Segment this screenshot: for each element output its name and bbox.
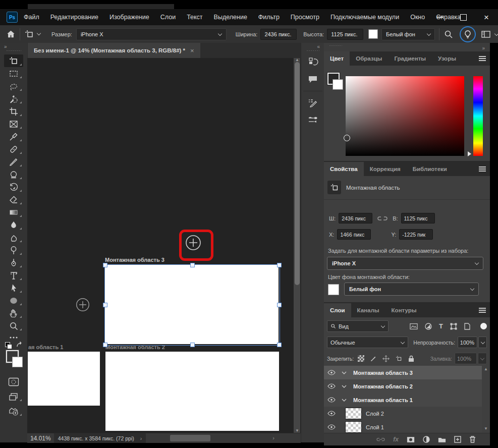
- tab-paths[interactable]: Контуры: [385, 303, 423, 317]
- expand-chevron-icon[interactable]: [339, 385, 349, 388]
- width-input[interactable]: 2436 пикс.: [260, 29, 297, 40]
- document-tab[interactable]: Без имени-1 @ 14% (Монтажная область 3, …: [28, 43, 200, 58]
- eraser-tool[interactable]: [4, 193, 23, 206]
- canvas-vertical-scrollbar[interactable]: ▲ ▼: [294, 58, 300, 433]
- lock-transparent-pixels-icon[interactable]: [358, 355, 364, 362]
- artboard-width-input[interactable]: 2436 пикс: [339, 213, 372, 223]
- link-layers-icon[interactable]: [376, 437, 385, 442]
- tab-color[interactable]: Цвет: [324, 51, 350, 66]
- brush-tool[interactable]: [4, 155, 23, 168]
- blend-mode-combo[interactable]: Обычные: [327, 337, 408, 348]
- tab-libraries[interactable]: Библиотеки: [407, 162, 453, 176]
- dodge-tool[interactable]: [4, 244, 23, 256]
- default-colors-icon[interactable]: [5, 342, 11, 348]
- path-selection-tool[interactable]: [4, 282, 23, 294]
- workspace-switcher-button[interactable]: [481, 30, 491, 39]
- type-tool[interactable]: [4, 269, 23, 282]
- crop-tool[interactable]: [4, 105, 23, 118]
- height-input[interactable]: 1125 пикс.: [327, 29, 363, 40]
- blur-tool[interactable]: [4, 218, 23, 231]
- toolbar-expand-toggle[interactable]: »: [4, 44, 7, 49]
- artboard-tool[interactable]: [4, 54, 23, 67]
- lock-image-pixels-icon[interactable]: [370, 355, 377, 362]
- quick-selection-tool[interactable]: [4, 92, 23, 105]
- fill-input[interactable]: 100%: [455, 353, 477, 364]
- opacity-input[interactable]: 100%: [458, 337, 477, 348]
- tab-patterns[interactable]: Узоры: [432, 51, 462, 66]
- scroll-down-icon[interactable]: ▼: [484, 426, 488, 431]
- layer-row-artboard-2[interactable]: Монтажная область 2: [324, 379, 482, 394]
- filter-smart-objects-icon[interactable]: [464, 323, 470, 330]
- frame-tool[interactable]: [4, 118, 23, 130]
- swap-colors-icon[interactable]: [16, 341, 24, 348]
- artboard-tool-preset-icon[interactable]: [24, 29, 40, 39]
- delete-layer-icon[interactable]: [469, 436, 476, 443]
- layer-thumbnail[interactable]: [345, 421, 362, 433]
- pen-tool[interactable]: [4, 256, 23, 269]
- artboard-1[interactable]: [28, 352, 100, 406]
- artboard-preset-combo[interactable]: iPhone X: [327, 257, 483, 270]
- layer-filter-toggle[interactable]: [480, 323, 487, 329]
- menu-view[interactable]: Просмотр: [291, 14, 319, 21]
- artboard-3[interactable]: [105, 265, 279, 344]
- discover-lightbulb-button[interactable]: [460, 26, 476, 42]
- ellipse-tool[interactable]: [4, 294, 23, 307]
- canvas-horizontal-scrollbar[interactable]: ‹ ›: [153, 435, 280, 441]
- menu-filter[interactable]: Фильтр: [258, 14, 280, 21]
- new-layer-icon[interactable]: [454, 436, 461, 443]
- menu-layers[interactable]: Слои: [160, 14, 176, 21]
- layer-effects-icon[interactable]: fx: [393, 436, 399, 443]
- filter-pixel-layers-icon[interactable]: [410, 323, 418, 330]
- layer-row-artboard-3[interactable]: Монтажная область 3: [324, 366, 482, 380]
- scroll-up-icon[interactable]: ▲: [484, 367, 488, 371]
- opacity-dropdown[interactable]: [478, 337, 487, 348]
- hand-tool[interactable]: [4, 307, 23, 319]
- menu-plugins[interactable]: Подключаемые модули: [330, 14, 399, 21]
- smudge-tool[interactable]: [4, 231, 23, 244]
- artboard-bg-combo[interactable]: Белый фон: [344, 283, 479, 296]
- scroll-down-icon[interactable]: ▼: [295, 428, 299, 433]
- new-group-icon[interactable]: [438, 436, 446, 443]
- layer-row-artboard-1[interactable]: Монтажная область 1: [324, 393, 482, 407]
- scrollbar-thumb[interactable]: [170, 435, 210, 441]
- eyedropper-tool[interactable]: [4, 130, 23, 143]
- rectangular-marquee-tool[interactable]: [4, 67, 23, 80]
- scrollbar-thumb[interactable]: [295, 62, 300, 285]
- scroll-left-icon[interactable]: ‹: [32, 435, 34, 441]
- visibility-eye-icon[interactable]: [324, 370, 339, 375]
- panel-menu-icon[interactable]: [479, 166, 486, 167]
- lock-position-icon[interactable]: [382, 355, 390, 362]
- visibility-eye-icon[interactable]: [324, 411, 339, 416]
- lasso-tool[interactable]: [4, 80, 23, 92]
- layer-row-layer-2[interactable]: Слой 2: [324, 407, 482, 421]
- dock-collapse-toggle[interactable]: »: [482, 45, 485, 51]
- menu-type[interactable]: Текст: [187, 14, 202, 21]
- hue-slider[interactable]: [473, 76, 483, 156]
- canvas[interactable]: ая область 1 Монтажная область 2 Монтажн…: [27, 58, 301, 433]
- strip-expand-toggle[interactable]: «: [317, 44, 320, 49]
- menu-select[interactable]: Выделение: [214, 14, 247, 21]
- tab-adjustments[interactable]: Коррекция: [364, 162, 407, 176]
- add-layer-mask-icon[interactable]: [407, 436, 415, 443]
- lock-artboard-nesting-icon[interactable]: [395, 355, 403, 362]
- search-button[interactable]: [444, 29, 454, 39]
- screen-mode-button[interactable]: [4, 390, 23, 403]
- background-color-well[interactable]: [333, 79, 343, 90]
- artboard3-label[interactable]: Монтажная область 3: [105, 257, 164, 263]
- link-dimensions-icon[interactable]: [377, 215, 388, 221]
- status-chevron-icon[interactable]: ›: [140, 435, 142, 441]
- artboard-x-input[interactable]: 1466 пикс: [337, 229, 371, 240]
- brush-settings-panel-icon[interactable]: [301, 94, 324, 111]
- expand-chevron-icon[interactable]: [339, 399, 349, 402]
- visibility-eye-icon[interactable]: [324, 383, 339, 389]
- layer-filter-combo[interactable]: Вид: [327, 320, 389, 332]
- layer-thumbnail[interactable]: [345, 408, 362, 419]
- healing-brush-tool[interactable]: [4, 143, 23, 155]
- artboard-y-input[interactable]: -1225 пик: [399, 229, 433, 240]
- zoom-tool[interactable]: [4, 319, 23, 332]
- comments-panel-icon[interactable]: [301, 71, 324, 88]
- background-color-swatch[interactable]: [12, 357, 23, 367]
- add-artboard-left-button[interactable]: [76, 298, 90, 312]
- close-button[interactable]: ×: [475, 9, 498, 25]
- tab-swatches[interactable]: Образцы: [350, 51, 388, 66]
